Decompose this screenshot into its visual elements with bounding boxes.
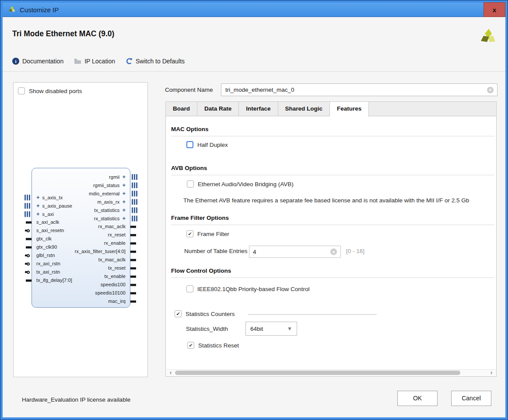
avb-checkbox[interactable] — [187, 180, 194, 187]
statistics-counters-row: ✔ Statistics Counters — [175, 310, 493, 317]
half-duplex-checkbox[interactable] — [186, 141, 193, 148]
statistics-counters-checkbox[interactable]: ✔ — [175, 310, 182, 317]
tab-data-rate[interactable]: Data Rate — [197, 102, 239, 116]
port-label: rx_statistics — [94, 216, 120, 221]
expand-interface-icon[interactable]: + — [122, 174, 126, 180]
port-m_axis_rx[interactable]: m_axis_rx+ — [97, 198, 130, 206]
component-name-input[interactable] — [221, 84, 497, 96]
port-tx_mac_aclk[interactable]: tx_mac_aclk — [98, 256, 130, 264]
statistics-reset-row: ✔ Statistics Reset — [187, 342, 239, 349]
half-duplex-row: Half Duplex — [186, 141, 228, 148]
chevron-down-icon: ▼ — [287, 326, 292, 332]
port-label: s_axi_resetn — [36, 228, 64, 233]
port-label: rx_mac_aclk — [98, 224, 126, 229]
window-frame: Customize IP x Tri Mode Ethernet MAC (9.… — [0, 0, 508, 420]
cancel-button[interactable]: Cancel — [451, 391, 491, 406]
ip-location-label: IP Location — [84, 58, 115, 65]
port-rx_axis_filter_tuser[4:0][interactable]: rx_axis_filter_tuser[4:0] — [75, 247, 130, 256]
port-rx_mac_aclk[interactable]: rx_mac_aclk — [98, 222, 130, 231]
port-label: glbl_rstn — [36, 253, 55, 258]
port-rx_enable[interactable]: rx_enable — [104, 239, 130, 247]
port-rgmii[interactable]: rgmii+ — [109, 173, 130, 181]
port-glbl_rstn[interactable]: glbl_rstn — [32, 251, 55, 260]
ok-button[interactable]: OK — [397, 391, 438, 406]
interface-connector-icon — [132, 191, 137, 196]
pin-stub-icon — [130, 242, 136, 244]
clear-component-name-icon[interactable]: ✕ — [487, 87, 494, 93]
expand-interface-icon[interactable]: + — [36, 194, 40, 201]
port-gtx_clk90[interactable]: gtx_clk90 — [32, 243, 57, 251]
port-tx_statistics[interactable]: tx_statistics+ — [94, 206, 130, 214]
expand-interface-icon[interactable]: + — [36, 202, 40, 209]
port-s_axis_tx[interactable]: +s_axis_tx — [32, 193, 63, 201]
page-title: Tri Mode Ethernet MAC (9.0) — [12, 29, 114, 38]
pin-stub-icon — [130, 259, 136, 261]
port-label: rx_reset — [108, 232, 126, 237]
tab-shared-logic[interactable]: Shared Logic — [278, 102, 330, 116]
avb-row: Ethernet Audio/Video Bridging (AVB) — [187, 180, 294, 187]
statistics-group-divider — [248, 314, 377, 315]
port-label: s_axi — [42, 212, 54, 217]
port-rx_axi_rstn[interactable]: rx_axi_rstn — [32, 260, 60, 268]
interface-connector-icon — [25, 194, 30, 200]
port-mac_irq[interactable]: mac_irq — [108, 297, 130, 305]
port-gtx_clk[interactable]: gtx_clk — [32, 235, 52, 243]
port-s_axis_pause[interactable]: +s_axis_pause — [32, 201, 72, 210]
port-label: rx_axi_rstn — [36, 261, 60, 266]
port-tx_ifg_delay[7:0][interactable]: tx_ifg_delay[7:0] — [32, 276, 72, 285]
qbb-checkbox[interactable] — [186, 285, 193, 292]
expand-interface-icon[interactable]: + — [122, 190, 126, 197]
port-rx_reset[interactable]: rx_reset — [108, 231, 130, 239]
interface-connector-icon — [132, 207, 137, 213]
ip-location-button[interactable]: IP Location — [74, 58, 115, 65]
port-s_axi_resetn[interactable]: s_axi_resetn — [32, 226, 64, 235]
scroll-right-icon[interactable]: › — [488, 370, 495, 376]
expand-interface-icon[interactable]: + — [122, 198, 126, 205]
statistics-width-dropdown[interactable]: 64bit ▼ — [245, 322, 297, 336]
port-mdio_external[interactable]: mdio_external+ — [89, 189, 130, 198]
interface-connector-icon — [25, 203, 30, 208]
table-entries-input[interactable] — [249, 246, 340, 257]
port-tx_reset[interactable]: tx_reset — [108, 264, 130, 272]
statistics-counters-label: Statistics Counters — [186, 311, 235, 317]
table-entries-range: [0 - 16] — [346, 248, 364, 254]
scrollbar-thumb[interactable] — [175, 371, 460, 375]
license-status-text: Hardware_Evaluation IP license available — [22, 396, 130, 403]
statistics-reset-checkbox[interactable]: ✔ — [187, 342, 194, 349]
tab-interface[interactable]: Interface — [239, 102, 278, 116]
tab-board[interactable]: Board — [166, 102, 197, 116]
port-label: rx_axis_filter_tuser[4:0] — [75, 249, 126, 254]
title-bar[interactable]: Customize IP x — [3, 3, 505, 17]
switch-to-defaults-button[interactable]: Switch to Defaults — [126, 58, 185, 65]
config-tabs: Board Data Rate Interface Shared Logic F… — [165, 101, 497, 116]
window-title: Customize IP — [20, 6, 59, 14]
component-name-field-wrap: ✕ — [221, 83, 497, 96]
clear-table-entries-icon[interactable]: ✕ — [330, 249, 337, 255]
port-tx_axi_rstn[interactable]: tx_axi_rstn — [32, 268, 60, 276]
expand-interface-icon[interactable]: + — [36, 211, 40, 217]
frame-filter-checkbox[interactable]: ✔ — [186, 230, 193, 237]
port-speedis100[interactable]: speedis100 — [101, 281, 130, 289]
port-s_axi_aclk[interactable]: s_axi_aclk — [32, 218, 59, 226]
expand-interface-icon[interactable]: + — [122, 207, 126, 213]
port-rx_statistics[interactable]: rx_statistics+ — [94, 214, 130, 222]
port-label: s_axis_tx — [42, 195, 63, 200]
expand-interface-icon[interactable]: + — [122, 182, 126, 188]
tab-features[interactable]: Features — [330, 102, 369, 117]
pin-stub-icon — [26, 221, 32, 223]
port-label: rgmii_status — [93, 183, 120, 188]
show-disabled-ports-checkbox[interactable] — [18, 87, 25, 94]
avb-label: Ethernet Audio/Video Bridging (AVB) — [198, 181, 294, 187]
frame-filter-options-header: Frame Filter Options — [171, 215, 494, 225]
port-label: tx_ifg_delay[7:0] — [36, 278, 72, 283]
close-button[interactable]: x — [483, 2, 505, 17]
port-rgmii_status[interactable]: rgmii_status+ — [93, 181, 130, 189]
horizontal-scrollbar[interactable]: ‹ › — [166, 369, 496, 376]
expand-interface-icon[interactable]: + — [122, 215, 126, 222]
port-s_axi[interactable]: +s_axi — [32, 210, 54, 218]
statistics-reset-label: Statistics Reset — [198, 342, 239, 349]
documentation-button[interactable]: i Documentation — [12, 58, 63, 65]
port-tx_enable[interactable]: tx_enable — [104, 272, 130, 281]
scroll-left-icon[interactable]: ‹ — [167, 370, 174, 376]
port-speedis10100[interactable]: speedis10100 — [95, 289, 130, 297]
